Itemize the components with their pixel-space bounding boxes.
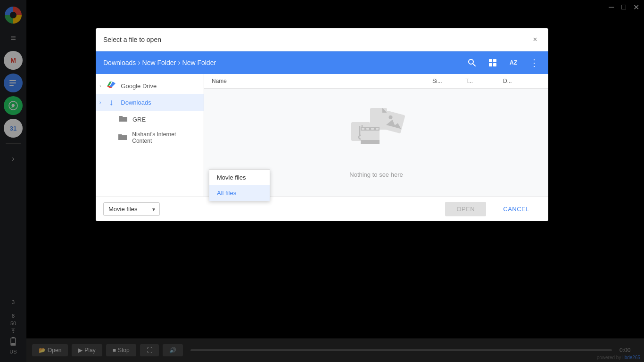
- breadcrumb-new-folder-1[interactable]: New Folder: [142, 59, 176, 66]
- svg-rect-9: [489, 59, 492, 62]
- breadcrumb-sep-1: ›: [138, 58, 140, 67]
- open-file-button[interactable]: OPEN: [445, 202, 486, 216]
- breadcrumb-sep-2: ›: [178, 58, 180, 67]
- close-window-button[interactable]: ✕: [630, 1, 642, 13]
- dialog-body: › Google Drive › ↓ Downloads: [96, 74, 548, 197]
- empty-state-icons: [348, 107, 405, 164]
- breadcrumb-downloads[interactable]: Downloads: [103, 59, 136, 66]
- svg-rect-22: [371, 128, 374, 130]
- sidebar-label-downloads: Downloads: [121, 99, 151, 106]
- arrow-icon-downloads: ›: [99, 100, 101, 105]
- dialog-sidebar: › Google Drive › ↓ Downloads: [96, 74, 204, 197]
- sidebar-label-google-drive: Google Drive: [121, 82, 157, 90]
- more-options-button[interactable]: ⋮: [528, 56, 541, 69]
- google-drive-icon: [107, 82, 116, 90]
- gre-folder-icon: [118, 115, 128, 123]
- svg-rect-14: [382, 110, 405, 133]
- dialog-title: Select a file to open: [103, 36, 161, 43]
- downloads-icon: ↓: [107, 98, 116, 107]
- dropdown-option-movie-files[interactable]: Movie files: [209, 170, 270, 185]
- svg-rect-20: [362, 128, 364, 130]
- minimize-button[interactable]: ─: [605, 1, 618, 13]
- dialog-overlay: Select a file to open × Downloads › New …: [0, 0, 644, 362]
- svg-rect-11: [489, 63, 492, 66]
- sidebar-item-nishants[interactable]: Nishant's Internet Content: [96, 127, 204, 148]
- dropdown-option-all-files[interactable]: All files: [209, 185, 270, 201]
- column-type: T...: [465, 78, 503, 84]
- window-controls: ─ □ ✕: [597, 0, 644, 14]
- search-button[interactable]: [465, 56, 479, 69]
- breadcrumb-actions: AZ ⋮: [465, 56, 541, 69]
- svg-line-8: [473, 64, 475, 66]
- svg-rect-10: [493, 59, 496, 62]
- cancel-button[interactable]: CANCEL: [492, 202, 541, 216]
- sidebar-label-nishants: Nishant's Internet Content: [132, 131, 196, 144]
- file-type-select[interactable]: Movie files All files: [103, 202, 160, 216]
- column-size: Si...: [432, 78, 465, 84]
- breadcrumb-bar: Downloads › New Folder › New Folder: [96, 51, 548, 74]
- sidebar-label-gre: GRE: [132, 116, 146, 123]
- svg-rect-21: [366, 128, 369, 130]
- svg-rect-19: [361, 140, 380, 144]
- sidebar-item-google-drive[interactable]: › Google Drive: [96, 78, 204, 94]
- grid-view-button[interactable]: [486, 56, 499, 69]
- file-dialog: Select a file to open × Downloads › New …: [96, 28, 548, 221]
- svg-rect-23: [376, 128, 379, 130]
- nishants-folder-icon: [118, 133, 128, 142]
- dialog-footer: Movie files All files ▼ OPEN CANCEL: [96, 197, 548, 221]
- file-list-header: Name Si... T... D...: [204, 74, 548, 89]
- arrow-icon: ›: [99, 83, 101, 89]
- dialog-close-button[interactable]: ×: [529, 34, 541, 45]
- svg-rect-12: [493, 63, 496, 66]
- sort-button[interactable]: AZ: [507, 56, 520, 69]
- file-type-container: Movie files All files ▼: [103, 202, 160, 216]
- column-name: Name: [212, 78, 432, 84]
- column-date: D...: [503, 78, 541, 84]
- sidebar-item-downloads[interactable]: › ↓ Downloads: [96, 94, 204, 111]
- maximize-button[interactable]: □: [618, 1, 630, 13]
- dialog-title-bar: Select a file to open ×: [96, 28, 548, 51]
- breadcrumb-nav: Downloads › New Folder › New Folder: [103, 58, 216, 67]
- breadcrumb-new-folder-2[interactable]: New Folder: [182, 59, 216, 66]
- empty-state-text: Nothing to see here: [349, 171, 403, 178]
- file-type-dropdown: Movie files All files: [209, 169, 270, 201]
- sidebar-item-gre[interactable]: GRE: [96, 111, 204, 127]
